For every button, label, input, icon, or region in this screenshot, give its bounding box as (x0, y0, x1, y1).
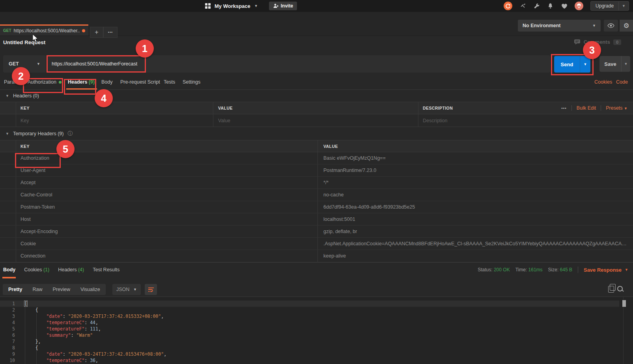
size-label: Size: (548, 267, 559, 273)
request-tab[interactable]: GET https://localhost:5001/Weather... (0, 24, 88, 35)
view-pretty[interactable]: Pretty (8, 287, 22, 292)
environment-preview-button[interactable] (604, 20, 618, 32)
wrench-icon[interactable] (533, 3, 540, 9)
code-line: 9 "date": "2020-03-24T17:37:42.0153476+0… (0, 351, 619, 357)
search-icon[interactable] (617, 286, 624, 293)
column-options-button[interactable]: ••• (561, 106, 567, 110)
header-value: keep-alive (323, 253, 346, 259)
view-visualize[interactable]: Visualize (80, 287, 100, 292)
temp-headers-label: Temporary Headers (9) (13, 131, 64, 136)
response-tab-cookies[interactable]: Cookies (1) (24, 267, 49, 273)
comments-button[interactable]: Comments 0 (574, 39, 621, 45)
settings-gear-button[interactable]: ⚙ (620, 20, 633, 32)
cookies-link[interactable]: Cookies (594, 79, 612, 85)
avatar[interactable] (575, 2, 583, 10)
header-value: gzip, deflate, br (323, 229, 357, 234)
code-link[interactable]: Code (616, 79, 628, 85)
status-divider (578, 267, 578, 273)
value-placeholder[interactable]: Value (218, 118, 230, 123)
save-label: Save (599, 61, 621, 67)
tab-body[interactable]: Body (101, 79, 113, 85)
presets-dropdown[interactable]: Presets ▼ (606, 105, 627, 111)
header-key: User-Agent (21, 168, 45, 173)
upgrade-label: Upgrade (591, 3, 618, 9)
line-number: 10 (0, 357, 15, 364)
header-key: Host (21, 217, 31, 222)
header-value: .AspNet.ApplicationCookie=AQAAANCMnd8BFd… (323, 241, 627, 246)
comments-count-badge: 0 (613, 39, 621, 45)
description-placeholder[interactable]: Description (423, 118, 448, 123)
temp-header-row: Host localhost:5001 (0, 213, 633, 226)
satellite-icon[interactable] (519, 3, 526, 9)
url-input[interactable]: https://localhost:5001/WeatherForecast (46, 61, 550, 67)
heart-icon[interactable] (561, 3, 568, 9)
editor-scrollbar-thumb[interactable] (622, 300, 626, 307)
response-body-editor[interactable]: 1[2 {3 "date": "2020-03-23T17:37:42.0153… (0, 297, 633, 364)
header-key: Connection (21, 253, 45, 259)
response-tab-headers[interactable]: Headers (4) (58, 267, 84, 273)
header-key: Cookie (21, 241, 36, 246)
send-button[interactable]: Send ▼ (554, 56, 590, 73)
gear-icon: ⚙ (623, 22, 629, 30)
wrap-text-button[interactable] (145, 284, 157, 295)
save-response-caret-icon: ▼ (625, 268, 628, 272)
environment-value: No Environment (523, 23, 561, 28)
tab-headers[interactable]: Headers (9) (68, 79, 95, 85)
copy-icon[interactable] (608, 286, 614, 293)
temp-header-row: Authorization Basic eWFvOjEyMzQ1Ng== (0, 152, 633, 164)
workspace-caret-icon[interactable]: ▼ (254, 4, 258, 8)
header-value: localhost:5001 (323, 217, 355, 222)
line-number: 2 (0, 307, 15, 313)
headers-tab-count: (4) (78, 267, 84, 273)
info-icon[interactable]: ⓘ (67, 130, 73, 137)
headers-table-header: KEY VALUE DESCRIPTION ••• Bulk Edit Pres… (0, 102, 633, 114)
invite-person-icon (273, 3, 278, 9)
bulk-edit-link[interactable]: Bulk Edit (577, 105, 596, 111)
tab-method-label: GET (3, 28, 11, 33)
header-value: PostmanRuntime/7.23.0 (323, 168, 376, 173)
tab-authorization[interactable]: Authorization (28, 79, 62, 85)
invite-button[interactable]: Invite (269, 2, 297, 10)
time-value: 161ms (528, 267, 543, 273)
save-caret-icon[interactable]: ▼ (622, 62, 630, 66)
save-response-button[interactable]: Save Response▼ (584, 267, 628, 273)
collapse-caret-icon[interactable]: ▼ (6, 132, 9, 136)
line-number: 1 (0, 301, 15, 307)
tab-tests[interactable]: Tests (164, 79, 175, 85)
response-tab-test-results[interactable]: Test Results (93, 267, 120, 273)
headers-tab-underline (66, 88, 97, 90)
upgrade-button[interactable]: Upgrade ▼ (590, 1, 629, 11)
upgrade-caret-icon[interactable]: ▼ (619, 4, 629, 8)
temp-headers-table-header: KEY VALUE (0, 140, 633, 152)
bell-icon[interactable] (547, 3, 554, 9)
tab-params[interactable]: Params (4, 79, 21, 85)
line-number: 3 (0, 313, 15, 319)
collapse-caret-icon[interactable]: ▼ (6, 94, 9, 98)
actions-divider (571, 105, 572, 111)
key-placeholder[interactable]: Key (21, 118, 29, 123)
workspace-grid-icon (205, 3, 211, 9)
response-tab-body[interactable]: Body (3, 267, 15, 273)
tab-pre-request-script[interactable]: Pre-request Script (120, 79, 160, 85)
response-bar: Body Cookies (1) Headers (4) Test Result… (0, 262, 633, 277)
sync-icon[interactable] (504, 2, 512, 10)
method-select[interactable]: GET ▼ (3, 55, 46, 73)
request-header: Untitled Request Comments 0 (0, 35, 633, 51)
presets-label: Presets (606, 105, 622, 111)
headers-section-title[interactable]: ▼ Headers (0) (6, 93, 39, 99)
send-caret-icon[interactable]: ▼ (580, 62, 590, 66)
tab-settings[interactable]: Settings (183, 79, 200, 85)
response-view-switch: Pretty Raw Preview Visualize (3, 284, 106, 295)
code-line: 5 "temperatureF": 111, (0, 326, 619, 332)
col-description: DESCRIPTION (423, 106, 453, 110)
temp-headers-section-title[interactable]: ▼ Temporary Headers (9) ⓘ (6, 130, 73, 137)
save-button[interactable]: Save ▼ (599, 56, 630, 72)
view-raw[interactable]: Raw (32, 287, 42, 292)
code-line: 7 }, (0, 338, 619, 345)
line-number: 8 (0, 345, 15, 351)
send-label: Send (554, 62, 580, 67)
workspace-selector[interactable]: My Workspace (215, 3, 250, 9)
view-preview[interactable]: Preview (52, 287, 70, 292)
language-select[interactable]: JSON ▼ (112, 284, 141, 295)
environment-selector[interactable]: No Environment ▼ (518, 20, 601, 32)
